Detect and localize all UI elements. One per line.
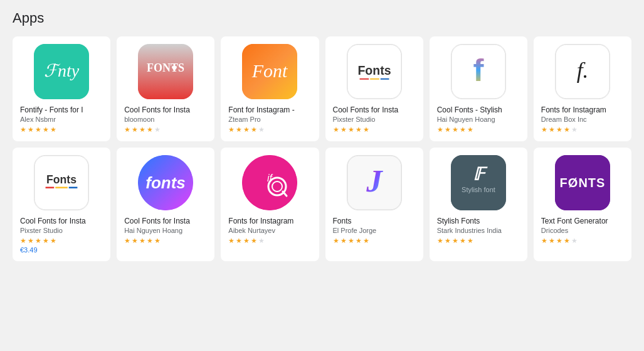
app-icon: f. <box>555 44 610 99</box>
app-rating: ★★★★★ <box>228 126 311 134</box>
svg-text:f: f <box>473 52 484 88</box>
app-rating: ★★★★★ <box>333 126 416 134</box>
app-icon-wrapper: Fonts <box>333 44 416 99</box>
app-card[interactable]: Fonts Cool Fonts for Insta Pixster Studi… <box>13 148 110 261</box>
app-rating: ★★★★★ <box>20 237 103 245</box>
app-author: Stark Industries India <box>437 227 520 234</box>
app-icon: J <box>347 155 402 210</box>
app-rating: ★★★★★ <box>124 126 207 134</box>
app-icon-wrapper: f. <box>541 44 624 99</box>
app-info: Text Font Generator Dricodes ★★★★★ <box>541 217 624 245</box>
app-rating: ★★★★★ <box>437 237 520 245</box>
app-icon: Fonts <box>34 155 89 210</box>
app-info: Cool Fonts - Stylish Hai Nguyen Hoang ★★… <box>437 105 520 134</box>
svg-text:fonts: fonts <box>145 173 186 192</box>
app-name: Fontify - Fonts for I <box>20 105 103 114</box>
app-icon: f <box>451 44 506 99</box>
svg-text:Fonts: Fonts <box>46 173 77 186</box>
app-icon: if <box>242 155 297 210</box>
app-info: Fontify - Fonts for I Alex Nsbmr ★★★★★ <box>20 105 103 134</box>
app-name: Cool Fonts for Insta <box>333 105 416 114</box>
app-icon-wrapper: ℱntу <box>20 44 103 99</box>
app-icon-wrapper: FONTS ♥ <box>124 44 207 99</box>
app-card[interactable]: f. Fonts for Instagram Dream Box Inc ★★★… <box>534 36 631 141</box>
app-name: Font for Instagram - <box>228 105 311 114</box>
app-rating: ★★★★★ <box>541 237 624 245</box>
svg-text:FØNTS: FØNTS <box>560 176 606 190</box>
app-info: Cool Fonts for Insta Pixster Studio ★★★★… <box>333 105 416 134</box>
app-rating: ★★★★★ <box>124 237 207 245</box>
app-icon-wrapper: Fonts <box>20 155 103 210</box>
app-name: Cool Fonts for Insta <box>124 217 207 225</box>
app-card[interactable]: FØNTS Text Font Generator Dricodes ★★★★★ <box>534 148 631 261</box>
app-icon: Fonts <box>347 44 402 99</box>
app-icon: fonts <box>138 155 193 210</box>
svg-text:♥: ♥ <box>171 63 177 73</box>
app-info: Cool Fonts for Insta Hai Nguyen Hoang ★★… <box>124 217 207 245</box>
app-author: Aibek Nurtayev <box>228 227 311 234</box>
app-icon-wrapper: 𝔽Stylish font <box>437 155 520 210</box>
app-info: Cool Fonts for Insta Pixster Studio ★★★★… <box>20 217 103 254</box>
app-author: Alex Nsbmr <box>20 116 103 123</box>
app-info: Fonts for Instagram Aibek Nurtayev ★★★★★ <box>228 217 311 245</box>
app-rating: ★★★★★ <box>228 237 311 245</box>
app-icon-wrapper: f <box>437 44 520 99</box>
app-info: Fonts for Instagram Dream Box Inc ★★★★★ <box>541 105 624 134</box>
app-icon: ℱntу <box>34 44 89 99</box>
app-icon: FONTS ♥ <box>138 44 193 99</box>
app-icon: 𝔽Stylish font <box>451 155 506 210</box>
app-rating: ★★★★★ <box>20 126 103 134</box>
app-name: Fonts <box>333 217 416 225</box>
app-card[interactable]: if Fonts for Instagram Aibek Nurtayev ★★… <box>221 148 319 261</box>
app-card[interactable]: fonts Cool Fonts for Insta Hai Nguyen Ho… <box>117 148 214 261</box>
app-name: Text Font Generator <box>541 217 624 225</box>
app-icon-wrapper: fonts <box>124 155 207 210</box>
app-name: Stylish Fonts <box>437 217 520 225</box>
app-info: Stylish Fonts Stark Industries India ★★★… <box>437 217 520 245</box>
svg-text:Stylish font: Stylish font <box>462 186 495 193</box>
app-author: Dream Box Inc <box>541 116 624 123</box>
app-card[interactable]: 𝔽Stylish font Stylish Fonts Stark Indust… <box>430 148 527 261</box>
app-name: Cool Fonts for Insta <box>124 105 207 114</box>
page-title: Apps <box>13 10 631 26</box>
app-icon: FØNTS <box>555 155 610 210</box>
app-card[interactable]: Fonts Cool Fonts for Insta Pixster Studi… <box>325 36 423 141</box>
app-name: Cool Fonts for Insta <box>20 217 103 225</box>
app-author: Pixster Studio <box>20 227 103 234</box>
app-price: €3.49 <box>20 246 103 254</box>
app-icon-wrapper: J <box>333 155 416 210</box>
app-info: Cool Fonts for Insta bloomoon ★★★★★ <box>124 105 207 134</box>
app-card[interactable]: J Fonts El Profe Jorge ★★★★★ <box>325 148 423 261</box>
app-author: Pixster Studio <box>333 116 416 123</box>
app-icon-wrapper: FØNTS <box>541 155 624 210</box>
app-name: Fonts for Instagram <box>541 105 624 114</box>
app-author: Hai Nguyen Hoang <box>124 227 207 234</box>
app-rating: ★★★★★ <box>333 237 416 245</box>
app-card[interactable]: FONTS ♥ Cool Fonts for Insta bloomoon ★★… <box>117 36 214 141</box>
svg-text:J: J <box>366 163 383 198</box>
apps-grid: ℱntу Fontify - Fonts for I Alex Nsbmr ★★… <box>13 36 631 261</box>
app-icon-wrapper: Font <box>228 44 311 99</box>
app-card[interactable]: f Cool Fonts - Stylish Hai Nguyen Hoang … <box>430 36 527 141</box>
app-name: Cool Fonts - Stylish <box>437 105 520 114</box>
svg-text:Font: Font <box>251 60 288 81</box>
app-author: bloomoon <box>124 116 207 123</box>
svg-text:FONTS: FONTS <box>147 62 184 74</box>
app-info: Fonts El Profe Jorge ★★★★★ <box>333 217 416 245</box>
app-name: Fonts for Instagram <box>228 217 311 225</box>
app-author: El Profe Jorge <box>333 227 416 234</box>
app-author: Dricodes <box>541 227 624 234</box>
app-icon: Font <box>242 44 297 99</box>
app-info: Font for Instagram - Zteam Pro ★★★★★ <box>228 105 311 134</box>
app-icon-wrapper: if <box>228 155 311 210</box>
svg-text:Fonts: Fonts <box>357 63 391 77</box>
app-rating: ★★★★★ <box>541 126 624 134</box>
app-author: Hai Nguyen Hoang <box>437 116 520 123</box>
app-card[interactable]: ℱntу Fontify - Fonts for I Alex Nsbmr ★★… <box>13 36 110 141</box>
app-card[interactable]: Font Font for Instagram - Zteam Pro ★★★★… <box>221 36 319 141</box>
svg-text:f.: f. <box>577 58 589 83</box>
svg-text:ℱntу: ℱntу <box>44 61 80 80</box>
app-rating: ★★★★★ <box>437 126 520 134</box>
app-author: Zteam Pro <box>228 116 311 123</box>
